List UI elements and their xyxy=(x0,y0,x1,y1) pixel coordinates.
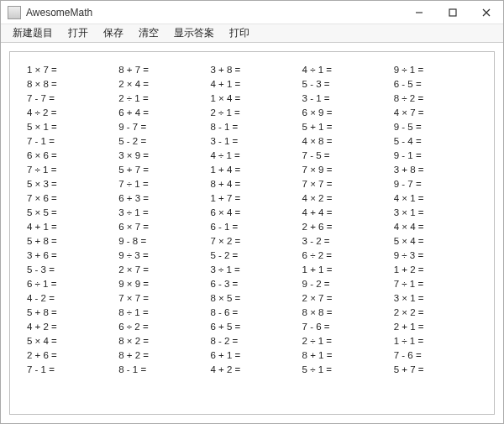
problem-cell: 5 + 1 = xyxy=(302,119,394,133)
problem-cell: 4 × 4 = xyxy=(394,219,486,233)
problem-cell: 6 ÷ 2 = xyxy=(118,319,210,333)
problem-cell: 6 ÷ 1 = xyxy=(27,276,118,291)
problem-cell: 1 + 4 = xyxy=(210,162,302,176)
problem-cell: 6 - 3 = xyxy=(210,276,302,291)
problem-cell: 5 - 4 = xyxy=(394,133,486,148)
problem-cell: 7 × 7 = xyxy=(118,291,210,305)
svg-rect-1 xyxy=(449,9,456,16)
problem-cell: 6 ÷ 2 = xyxy=(302,248,394,262)
problem-cell: 4 + 1 = xyxy=(27,219,118,233)
menu-new[interactable]: 新建题目 xyxy=(6,24,60,42)
problem-cell: 5 × 4 = xyxy=(27,333,118,348)
problem-cell: 9 - 8 = xyxy=(118,233,210,248)
problem-cell: 8 + 1 = xyxy=(302,348,394,362)
problem-cell: 3 ÷ 1 = xyxy=(210,262,302,276)
problem-cell: 7 - 1 = xyxy=(27,362,118,376)
close-button[interactable] xyxy=(470,1,503,24)
menu-open[interactable]: 打开 xyxy=(61,24,95,42)
problem-cell: 4 + 2 = xyxy=(210,362,302,376)
problem-cell: 7 - 6 = xyxy=(302,319,394,333)
problem-cell: 7 × 7 = xyxy=(302,176,394,191)
problem-cell: 6 + 3 = xyxy=(118,191,210,205)
problem-cell: 2 × 4 = xyxy=(118,76,210,91)
maximize-button[interactable] xyxy=(436,1,470,24)
problem-cell: 5 ÷ 1 = xyxy=(302,362,394,376)
problem-cell: 4 - 2 = xyxy=(27,291,118,305)
problem-cell: 6 × 7 = xyxy=(118,219,210,233)
minimize-button[interactable] xyxy=(402,1,436,24)
problem-cell: 1 × 4 = xyxy=(210,91,302,105)
problem-cell: 7 × 2 = xyxy=(210,233,302,248)
problem-cell: 1 + 1 = xyxy=(302,262,394,276)
problem-cell: 9 - 1 = xyxy=(394,148,486,162)
problem-cell: 4 × 7 = xyxy=(394,105,486,119)
problem-cell: 5 - 2 = xyxy=(210,248,302,262)
minimize-icon xyxy=(415,8,423,17)
menu-print[interactable]: 打印 xyxy=(223,24,256,42)
problem-cell: 4 + 4 = xyxy=(302,205,394,219)
problem-cell: 3 + 6 = xyxy=(27,248,118,262)
maximize-icon xyxy=(449,8,457,17)
problem-cell: 3 ÷ 1 = xyxy=(118,205,210,219)
problem-panel: 1 × 7 =8 + 7 =3 + 8 =4 ÷ 1 =9 ÷ 1 =8 × 8… xyxy=(9,51,495,415)
problem-cell: 5 × 1 = xyxy=(27,119,118,133)
problem-cell: 2 ÷ 1 = xyxy=(210,105,302,119)
titlebar: AwesomeMath xyxy=(1,1,503,24)
problem-cell: 8 × 2 = xyxy=(118,333,210,348)
problem-cell: 5 + 7 = xyxy=(118,162,210,176)
problem-cell: 6 - 5 = xyxy=(394,76,486,91)
problem-cell: 7 ÷ 1 = xyxy=(27,162,118,176)
problem-cell: 7 - 5 = xyxy=(302,148,394,162)
problem-cell: 3 - 1 = xyxy=(302,91,394,105)
problem-cell: 5 + 8 = xyxy=(27,305,118,319)
problem-cell: 6 - 1 = xyxy=(210,219,302,233)
problem-cell: 6 + 1 = xyxy=(210,348,302,362)
problem-cell: 6 + 4 = xyxy=(118,105,210,119)
problem-cell: 9 ÷ 3 = xyxy=(394,248,486,262)
problem-cell: 3 × 9 = xyxy=(118,148,210,162)
problem-cell: 8 - 1 = xyxy=(210,119,302,133)
problem-cell: 5 + 8 = xyxy=(27,233,118,248)
problem-cell: 8 - 1 = xyxy=(118,362,210,376)
window-title: AwesomeMath xyxy=(26,7,402,18)
app-icon xyxy=(8,6,21,19)
problem-cell: 5 - 3 = xyxy=(27,262,118,276)
problem-cell: 4 ÷ 2 = xyxy=(27,105,118,119)
problem-cell: 2 × 7 = xyxy=(302,291,394,305)
problem-cell: 6 + 5 = xyxy=(210,319,302,333)
problem-cell: 4 × 8 = xyxy=(302,133,394,148)
problem-cell: 7 - 7 = xyxy=(27,91,118,105)
problem-cell: 8 + 4 = xyxy=(210,176,302,191)
problem-cell: 1 ÷ 1 = xyxy=(394,333,486,348)
problem-cell: 4 × 2 = xyxy=(302,191,394,205)
problem-cell: 9 - 2 = xyxy=(302,276,394,291)
problem-cell: 5 × 5 = xyxy=(27,205,118,219)
problem-cell: 8 - 6 = xyxy=(210,305,302,319)
menubar: 新建题目 打开 保存 清空 显示答案 打印 xyxy=(1,24,503,43)
problem-cell: 2 + 1 = xyxy=(394,319,486,333)
problem-cell: 4 ÷ 1 = xyxy=(210,148,302,162)
problem-cell: 8 - 2 = xyxy=(210,333,302,348)
problem-cell: 1 × 7 = xyxy=(27,62,118,76)
problem-cell: 8 × 5 = xyxy=(210,291,302,305)
problem-cell: 3 + 8 = xyxy=(210,62,302,76)
problem-cell: 8 × 8 = xyxy=(302,305,394,319)
problem-cell: 5 - 3 = xyxy=(302,76,394,91)
problem-cell: 8 ÷ 1 = xyxy=(118,305,210,319)
problem-cell: 2 × 2 = xyxy=(394,305,486,319)
menu-show-answers[interactable]: 显示答案 xyxy=(167,24,221,42)
menu-clear[interactable]: 清空 xyxy=(132,24,165,42)
problem-cell: 3 + 8 = xyxy=(394,162,486,176)
problem-cell: 9 - 5 = xyxy=(394,119,486,133)
problem-cell: 6 × 6 = xyxy=(27,148,118,162)
problem-cell: 2 + 6 = xyxy=(302,219,394,233)
problem-grid: 1 × 7 =8 + 7 =3 + 8 =4 ÷ 1 =9 ÷ 1 =8 × 8… xyxy=(27,62,486,376)
problem-cell: 9 ÷ 3 = xyxy=(118,248,210,262)
problem-cell: 8 × 8 = xyxy=(27,76,118,91)
problem-cell: 5 × 4 = xyxy=(394,233,486,248)
menu-save[interactable]: 保存 xyxy=(97,24,130,42)
problem-cell: 6 × 9 = xyxy=(302,105,394,119)
problem-cell: 9 - 7 = xyxy=(118,119,210,133)
problem-cell: 3 - 1 = xyxy=(210,133,302,148)
problem-cell: 9 - 7 = xyxy=(394,176,486,191)
